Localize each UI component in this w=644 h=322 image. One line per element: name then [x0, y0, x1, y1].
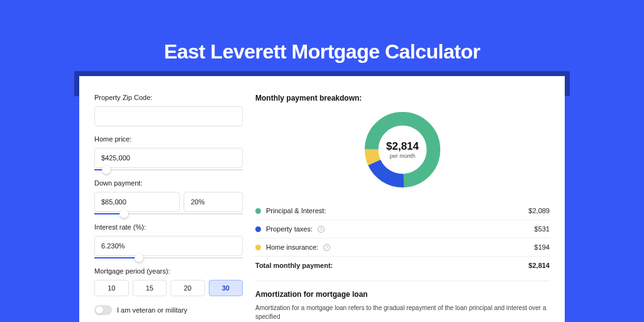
- period-btn-10[interactable]: 10: [94, 280, 129, 296]
- veteran-label: I am veteran or military: [117, 306, 187, 314]
- amortization-title: Amortization for mortgage loan: [255, 290, 550, 299]
- donut-chart-wrap: $2,814 per month: [255, 109, 550, 191]
- period-btn-20[interactable]: 20: [170, 280, 205, 296]
- info-icon[interactable]: ?: [318, 226, 325, 233]
- legend-label: Home insurance:: [266, 243, 318, 251]
- interest-rate-field: Interest rate (%):: [94, 223, 243, 258]
- down-payment-field: Down payment:: [94, 179, 243, 214]
- legend-dot: [255, 226, 261, 232]
- form-panel: Property Zip Code: Home price: Down paym…: [79, 76, 243, 322]
- donut-sub: per month: [390, 153, 416, 159]
- slider-thumb[interactable]: [102, 165, 111, 174]
- legend-row-total: Total monthly payment:$2,814: [255, 257, 550, 274]
- zip-field: Property Zip Code:: [94, 94, 243, 126]
- legend-value: $2,814: [528, 262, 550, 269]
- legend-label: Principal & Interest:: [266, 207, 326, 214]
- legend: Principal & Interest:$2,089Property taxe…: [255, 202, 550, 274]
- period-btn-15[interactable]: 15: [133, 280, 167, 296]
- interest-rate-slider[interactable]: [94, 257, 243, 258]
- legend-value: $531: [535, 225, 550, 233]
- legend-label: Property taxes:: [266, 225, 313, 233]
- legend-dot: [255, 245, 261, 250]
- period-options: 10152030: [94, 280, 243, 296]
- home-price-slider[interactable]: [94, 169, 243, 170]
- donut-amount: $2,814: [386, 140, 419, 153]
- down-payment-amount-input[interactable]: [94, 192, 180, 212]
- breakdown-title: Monthly payment breakdown:: [255, 94, 550, 103]
- veteran-row: I am veteran or military: [94, 305, 243, 315]
- zip-label: Property Zip Code:: [94, 94, 243, 101]
- down-payment-pct-input[interactable]: [184, 192, 243, 212]
- page-title: East Leverett Mortgage Calculator: [0, 0, 644, 64]
- legend-row: Principal & Interest:$2,089: [255, 202, 550, 220]
- zip-input[interactable]: [94, 106, 243, 126]
- legend-value: $2,089: [528, 207, 550, 214]
- legend-label: Total monthly payment:: [255, 262, 333, 269]
- slider-thumb[interactable]: [119, 209, 128, 218]
- amortization-text: Amortization for a mortgage loan refers …: [255, 304, 550, 321]
- legend-dot: [255, 208, 261, 214]
- down-payment-label: Down payment:: [94, 179, 243, 187]
- down-payment-slider[interactable]: [94, 213, 243, 214]
- interest-rate-label: Interest rate (%):: [94, 223, 243, 231]
- calculator-card: Property Zip Code: Home price: Down paym…: [79, 76, 565, 322]
- legend-value: $194: [535, 243, 550, 251]
- home-price-input[interactable]: [94, 148, 243, 168]
- legend-row: Home insurance:?$194: [255, 238, 550, 257]
- app-root: East Leverett Mortgage Calculator Proper…: [0, 0, 644, 322]
- veteran-toggle[interactable]: [94, 305, 112, 315]
- period-btn-30[interactable]: 30: [209, 280, 243, 296]
- slider-thumb[interactable]: [135, 253, 143, 262]
- period-field: Mortgage period (years): 10152030: [94, 267, 243, 296]
- period-label: Mortgage period (years):: [94, 267, 243, 275]
- amortization-section: Amortization for mortgage loan Amortizat…: [255, 280, 550, 321]
- home-price-label: Home price:: [94, 135, 243, 143]
- donut-chart: $2,814 per month: [362, 109, 443, 191]
- breakdown-panel: Monthly payment breakdown: $2,814 per mo…: [255, 76, 565, 322]
- info-icon[interactable]: ?: [323, 244, 330, 251]
- interest-rate-input[interactable]: [94, 236, 243, 256]
- donut-center: $2,814 per month: [362, 109, 443, 191]
- legend-row: Property taxes:?$531: [255, 220, 550, 238]
- home-price-field: Home price:: [94, 135, 243, 170]
